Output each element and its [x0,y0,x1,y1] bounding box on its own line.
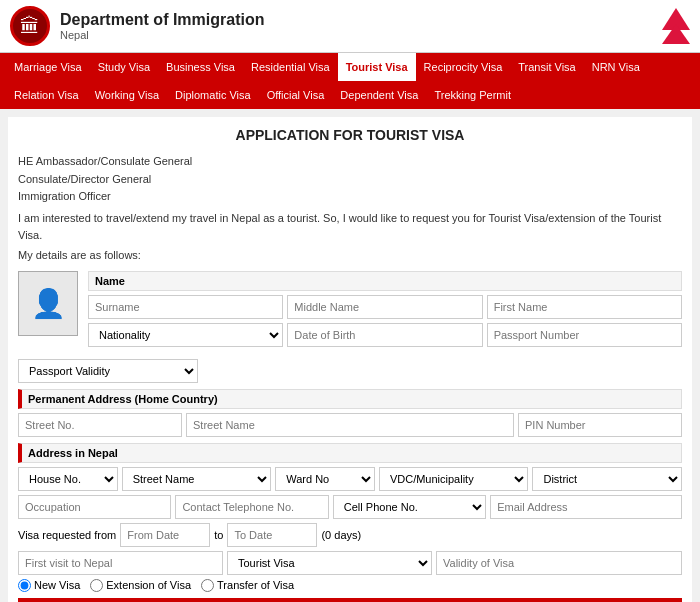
middle-name-wrapper [287,295,482,319]
nav-marriage-visa[interactable]: Marriage Visa [6,53,90,81]
name-photo-row: 👤 Name Nationality [18,271,682,351]
new-visa-radio-label[interactable]: New Visa [18,579,80,592]
name-row-2: Nationality [88,323,682,347]
visa-from-label: Visa requested from [18,529,116,541]
contact-tel-wrapper [175,495,328,519]
surname-input[interactable] [88,295,283,319]
passport-validity-wrapper: Passport Validity [18,359,198,383]
house-no-wrapper: House No. [18,467,118,491]
to-label: to [214,529,223,541]
permanent-address-row [18,413,682,437]
dept-info: Department of Immigration Nepal [60,11,264,41]
nav-working-visa[interactable]: Working Visa [87,81,167,109]
pin-number-wrapper [518,413,682,437]
intro-text: HE Ambassador/Consulate General Consulat… [18,153,682,265]
to-date-input[interactable] [227,523,317,547]
passport-validity-row: Passport Validity [18,359,682,383]
extension-visa-radio-label[interactable]: Extension of Visa [90,579,191,592]
street-no-input[interactable] [18,413,182,437]
validity-wrapper [436,551,682,575]
ward-no-wrapper: Ward No [275,467,375,491]
dob-input[interactable] [287,323,482,347]
cell-phone-wrapper: Cell Phone No. [333,495,486,519]
photo-upload[interactable]: 👤 [18,271,78,336]
first-name-wrapper [487,295,682,319]
nav-official-visa[interactable]: Official Visa [259,81,333,109]
passport-no-wrapper [487,323,682,347]
passport-validity-select[interactable]: Passport Validity [18,359,198,383]
email-input[interactable] [490,495,682,519]
first-visit-wrapper [18,551,223,575]
extension-visa-radio[interactable] [90,579,103,592]
name-section: Name Nationality [88,271,682,351]
visa-type-select[interactable]: Tourist Visa [227,551,432,575]
name-section-label: Name [88,271,682,291]
page-title: APPLICATION FOR TOURIST VISA [18,127,682,143]
new-visa-radio[interactable] [18,579,31,592]
permanent-address-label: Permanent Address (Home Country) [18,389,682,409]
visit-visa-row: Tourist Visa [18,551,682,575]
transfer-visa-radio-text: Transfer of Visa [217,579,294,591]
nav-dependent-visa[interactable]: Dependent Visa [332,81,426,109]
new-visa-radio-text: New Visa [34,579,80,591]
name-row-1 [88,295,682,319]
nav-business-visa[interactable]: Business Visa [158,53,243,81]
vdc-municipality-wrapper: VDC/Municipality [379,467,529,491]
street-name-input[interactable] [186,413,514,437]
nav-trekking-permit[interactable]: Trekking Permit [426,81,519,109]
nav-transit-visa[interactable]: Transit Visa [510,53,583,81]
street-name-wrapper [186,413,514,437]
nationality-select[interactable]: Nationality [88,323,283,347]
main-content: APPLICATION FOR TOURIST VISA HE Ambassad… [8,117,692,602]
occupation-row: Cell Phone No. [18,495,682,519]
vdc-municipality-select[interactable]: VDC/Municipality [379,467,529,491]
from-date-input[interactable] [120,523,210,547]
days-text: (0 days) [321,529,361,541]
first-visit-input[interactable] [18,551,223,575]
street-name2-select[interactable]: Street Name [122,467,272,491]
address-nepal-label: Address in Nepal [18,443,682,463]
middle-name-input[interactable] [287,295,482,319]
person-icon: 👤 [31,287,66,320]
address-nepal-box-title: Address in Nepal [19,599,681,602]
passport-no-input[interactable] [487,323,682,347]
street-no-wrapper [18,413,182,437]
transfer-visa-radio[interactable] [201,579,214,592]
district-select[interactable]: District [532,467,682,491]
visa-dates-row: Visa requested from to (0 days) [18,523,682,547]
street-name2-wrapper: Street Name [122,467,272,491]
nav-tourist-visa[interactable]: Tourist Visa [338,53,416,81]
dept-sub: Nepal [60,29,264,41]
dob-wrapper [287,323,482,347]
email-wrapper [490,495,682,519]
nav-nrn-visa[interactable]: NRN Visa [584,53,648,81]
contact-tel-input[interactable] [175,495,328,519]
house-no-select[interactable]: House No. [18,467,118,491]
transfer-visa-radio-label[interactable]: Transfer of Visa [201,579,294,592]
visa-type-wrapper: Tourist Visa [227,551,432,575]
district-wrapper: District [532,467,682,491]
header: 🏛 Department of Immigration Nepal [0,0,700,53]
flag-icon [662,8,690,44]
surname-wrapper [88,295,283,319]
extension-visa-radio-text: Extension of Visa [106,579,191,591]
occupation-wrapper [18,495,171,519]
logo: 🏛 [10,6,50,46]
validity-input[interactable] [436,551,682,575]
occupation-input[interactable] [18,495,171,519]
address-nepal-box: Address in Nepal Hotel Other Name of the… [18,598,682,602]
nationality-wrapper: Nationality [88,323,283,347]
pin-number-input[interactable] [518,413,682,437]
cell-phone-select[interactable]: Cell Phone No. [333,495,486,519]
nav-relation-visa[interactable]: Relation Visa [6,81,87,109]
navigation: Marriage Visa Study Visa Business Visa R… [0,53,700,109]
nav-study-visa[interactable]: Study Visa [90,53,158,81]
first-name-input[interactable] [487,295,682,319]
nav-reciprocity-visa[interactable]: Reciprocity Visa [416,53,511,81]
dept-name: Department of Immigration [60,11,264,29]
address-nepal-row: House No. Street Name Ward No VDC/Munici… [18,467,682,491]
nav-diplomatic-visa[interactable]: Diplomatic Visa [167,81,259,109]
nav-residential-visa[interactable]: Residential Visa [243,53,338,81]
visa-type-radio-group: New Visa Extension of Visa Transfer of V… [18,579,682,592]
ward-no-select[interactable]: Ward No [275,467,375,491]
